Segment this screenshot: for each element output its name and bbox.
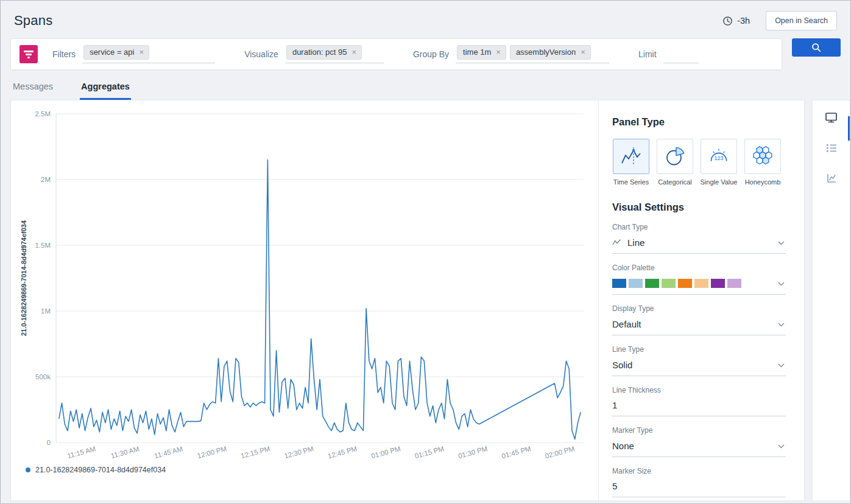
y-tick-label: 1.5M [35,242,51,249]
active-tab-indicator [848,116,850,141]
query-bar: Filters service = api × Visualize durati… [10,38,841,70]
main-area: 0500k1M1.5M2M2.5M11:15 AM11:30 AM11:45 A… [10,100,850,500]
x-tick-label: 01:00 PM [370,445,401,460]
chevron-down-icon [778,359,785,370]
filters-label: Filters [52,49,76,59]
honeycomb-icon [744,139,781,174]
spans-page: Spans -3h Open in Search Filters service… [0,0,851,504]
palette-swatch [727,279,741,288]
clock-icon [722,16,733,26]
palette-swatch [612,279,626,288]
view-tabs: Messages Aggregates [12,75,839,100]
visualize-label: Visualize [244,49,278,59]
y-tick-label: 0 [47,439,51,446]
display-type-field[interactable]: Display Type Default [612,304,786,335]
filters-input[interactable]: service = api × [82,45,215,63]
tab-aggregates[interactable]: Aggregates [80,75,131,100]
display-icon [825,111,838,141]
chip-remove-icon[interactable]: × [581,48,585,56]
palette-swatch [645,279,659,288]
visualize-input[interactable]: duration: pct 95 × [285,45,384,63]
palette-swatch [678,279,692,288]
time-range-control[interactable]: -3h [722,16,750,26]
limit-field: Limit [638,45,699,63]
chevron-down-icon [778,237,785,248]
line-thickness-field[interactable]: Line Thickness 1 [612,386,786,416]
chevron-down-icon [778,318,785,329]
panel-type-picker: Time Series Categorical [612,139,786,186]
time-range-label: -3h [737,16,750,26]
x-tick-label: 01:15 PM [414,445,445,460]
x-tick-label: 12:00 PM [197,445,228,460]
y-tick-label: 500k [35,373,51,380]
timeseries-chart[interactable]: 0500k1M1.5M2M2.5M11:15 AM11:30 AM11:45 A… [17,105,595,463]
group-by-label: Group By [413,49,449,59]
query-card: Filters service = api × Visualize durati… [10,38,782,70]
app-header: Spans -3h Open in Search [1,1,850,38]
panel-type-time-series[interactable]: Time Series [612,139,650,186]
panel-type-title: Panel Type [612,116,786,128]
visual-settings-title: Visual Settings [612,201,786,213]
palette-swatch [662,279,676,288]
line-type-field[interactable]: Line Type Solid [612,345,786,376]
chart-legend[interactable]: 21.0-1628249869-7014-8d4d974ef034 [26,466,596,474]
chip-remove-icon[interactable]: × [352,48,357,56]
series-line [59,160,581,439]
y-tick-label: 2M [41,176,51,183]
display-settings-tab[interactable] [813,110,850,141]
aggregates-panel: 0500k1M1.5M2M2.5M11:15 AM11:30 AM11:45 A… [10,100,805,500]
y-tick-label: 2.5M [35,110,51,117]
marker-size-field[interactable]: Marker Size 5 [612,467,786,497]
right-icon-rail [812,100,850,500]
chart-area: 0500k1M1.5M2M2.5M11:15 AM11:30 AM11:45 A… [11,100,598,500]
y-axis-label: 21.0-1628249869-7014-8d4d974ef034 [20,220,27,336]
x-tick-label: 02:00 PM [545,445,576,460]
axes-settings-tab[interactable] [813,171,850,201]
visualize-chip[interactable]: duration: pct 95 × [286,45,362,60]
x-tick-label: 12:45 PM [327,445,358,460]
x-tick-label: 11:15 AM [66,445,96,460]
palette-swatch [711,279,725,288]
legend-list-icon [825,142,838,171]
svg-text:123: 123 [714,155,723,161]
legend-settings-tab[interactable] [813,141,850,171]
x-tick-label: 12:30 PM [283,445,314,460]
chevron-down-icon [778,440,785,451]
limit-label: Limit [638,49,657,59]
search-button[interactable] [792,38,841,57]
panel-type-categorical[interactable]: Categorical [656,139,694,186]
single-value-gauge-icon: 123 [701,139,737,174]
panel-type-single-value[interactable]: 123 Single Value [700,139,738,186]
spans-query-icon [19,45,38,63]
color-palette-swatches [612,279,741,288]
line-chart-glyph-icon [612,239,621,246]
group-by-chip[interactable]: time 1m × [457,45,506,60]
filters-field: Filters service = api × [52,45,215,63]
marker-type-field[interactable]: Marker Type None [612,426,786,457]
chevron-down-icon [778,278,785,289]
filter-chip[interactable]: service = api × [83,45,149,60]
color-palette-field[interactable]: Color Palette [612,264,786,295]
palette-swatch [694,279,708,288]
y-tick-label: 1M [41,307,51,315]
time-series-icon [613,139,649,174]
x-tick-label: 01:30 PM [457,445,489,460]
x-tick-label: 01:45 PM [501,445,532,460]
group-by-chip[interactable]: assemblyVersion × [510,45,591,60]
visualize-field: Visualize duration: pct 95 × [244,45,384,63]
group-by-input[interactable]: time 1m × assemblyVersion × [456,45,609,63]
tab-messages[interactable]: Messages [12,75,54,100]
chart-type-field[interactable]: Chart Type Line [612,223,786,254]
x-tick-label: 11:45 AM [154,445,183,460]
categorical-pie-icon [657,139,693,174]
open-in-search-button[interactable]: Open in Search [766,11,837,30]
legend-series-dot [26,467,30,472]
limit-input[interactable] [663,45,699,63]
panel-type-honeycomb[interactable]: Honeycomb [744,139,782,186]
legend-series-label: 21.0-1628249869-7014-8d4d974ef034 [35,466,166,474]
panel-settings-sidebar: Panel Type Time Series [598,100,804,500]
chip-remove-icon[interactable]: × [496,48,501,56]
chip-remove-icon[interactable]: × [139,48,144,56]
group-by-field: Group By time 1m × assemblyVersion × [413,45,609,63]
palette-swatch [629,279,643,288]
